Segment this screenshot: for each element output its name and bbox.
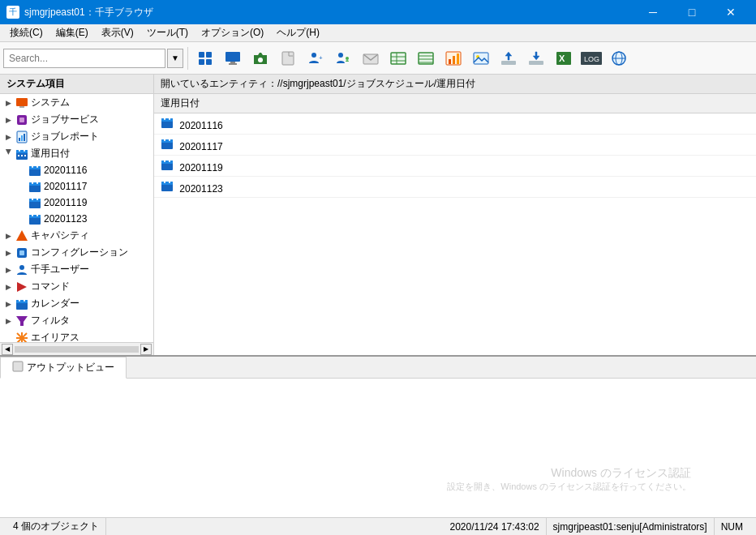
menu-help[interactable]: ヘルプ(H) (270, 24, 326, 41)
toolbar-envelope-button[interactable] (358, 45, 384, 71)
close-button[interactable]: ✕ (712, 0, 750, 24)
menubar: 接続(C) 編集(E) 表示(V) ツール(T) オプション(O) ヘルプ(H) (0, 24, 756, 42)
search-dropdown-button[interactable]: ▼ (167, 49, 183, 68)
svg-rect-40 (19, 118, 24, 122)
search-input[interactable] (3, 49, 165, 68)
expander-senjuuser[interactable]: ▶ (3, 265, 13, 275)
svg-rect-99 (164, 180, 165, 183)
senjuuser-icon (15, 263, 28, 276)
svg-rect-29 (529, 61, 543, 65)
svg-marker-77 (16, 316, 28, 326)
svg-rect-91 (164, 138, 165, 141)
maximize-button[interactable]: □ (673, 0, 711, 24)
table-icon (390, 51, 406, 66)
table-row[interactable]: 20201119 (154, 156, 756, 177)
sidebar-item-command[interactable]: ▶ コマンド (0, 278, 153, 295)
hscroll-left-button[interactable]: ◀ (2, 344, 13, 355)
left-panel: システム項目 ▶ システム ▶ ジョブサービス ▶ (0, 75, 154, 355)
toolbar: ▼ + (0, 42, 756, 75)
capacity-icon (15, 229, 28, 242)
svg-rect-61 (29, 199, 41, 202)
svg-rect-37 (16, 98, 28, 106)
svg-rect-94 (161, 160, 173, 164)
sidebar-item-date-20201116[interactable]: ▶ 20201116 (0, 162, 153, 178)
sidebar-item-date-20201123[interactable]: ▶ 20201123 (0, 211, 153, 227)
expander-system[interactable]: ▶ (3, 98, 13, 108)
expander-filter[interactable]: ▶ (3, 316, 13, 326)
svg-point-9 (311, 53, 316, 58)
toolbar-person2-button[interactable] (330, 45, 356, 71)
expander-calendar[interactable]: ▶ (3, 299, 13, 309)
toolbar-chart-button[interactable] (440, 45, 466, 71)
expander-capacity[interactable]: ▶ (3, 231, 13, 241)
toolbar-person1-button[interactable]: + (303, 45, 329, 71)
camera-icon (252, 51, 268, 66)
toolbar-excel-button[interactable]: X (551, 45, 577, 71)
sidebar-item-jobservice[interactable]: ▶ ジョブサービス (0, 111, 153, 128)
toolbar-camera-button[interactable] (247, 45, 273, 71)
expander-jobservice[interactable]: ▶ (3, 115, 13, 125)
toolbar-image-button[interactable] (468, 45, 494, 71)
toolbar-log-button[interactable]: LOG (578, 45, 604, 71)
filter-icon (15, 315, 28, 327)
tab-output[interactable]: アウトプットビュー (0, 357, 127, 379)
expander-command[interactable]: ▶ (3, 282, 13, 292)
row1-icon (161, 116, 174, 129)
minimize-button[interactable]: ─ (634, 0, 672, 24)
svg-rect-65 (29, 215, 41, 218)
download-icon (528, 51, 544, 66)
sidebar-item-alias[interactable]: ▶ エイリアス (0, 329, 153, 342)
expander-operationdate[interactable]: ▶ (3, 149, 13, 159)
toolbar-monitor-button[interactable] (220, 45, 246, 71)
sidebar-item-jobreport[interactable]: ▶ ジョブレポート (0, 128, 153, 145)
toolbar-list-button[interactable] (413, 45, 439, 71)
sidebar-item-date-20201119[interactable]: ▶ 20201119 (0, 195, 153, 211)
sidebar-item-calendar-label: カレンダー (31, 297, 79, 310)
expander-config[interactable]: ▶ (3, 248, 13, 258)
sidebar-item-senjuuser[interactable]: ▶ 千手ユーザー (0, 261, 153, 278)
sidebar-item-operationdate[interactable]: ▶ 運用日付 (0, 145, 153, 162)
column-header-operationdate: 運用日付 (154, 94, 756, 113)
svg-rect-49 (18, 155, 19, 156)
window-title: sjmgrjpeast01：千手ブラウザ (24, 6, 153, 19)
table-row[interactable]: 20201117 (154, 135, 756, 156)
svg-rect-42 (19, 138, 20, 141)
sidebar-item-calendar[interactable]: ▶ カレンダー (0, 295, 153, 312)
toolbar-download-button[interactable] (523, 45, 549, 71)
toolbar-grid-button[interactable] (192, 45, 218, 71)
menu-view[interactable]: 表示(V) (95, 24, 140, 41)
menu-tools[interactable]: ツール(T) (140, 24, 195, 41)
sidebar-item-filter[interactable]: ▶ フィルタ (0, 312, 153, 329)
toolbar-globe-button[interactable] (606, 45, 632, 71)
svg-rect-76 (24, 298, 25, 302)
menu-edit[interactable]: 編集(E) (49, 24, 95, 41)
row1-label: 20201116 (179, 120, 222, 131)
sidebar-item-config[interactable]: ▶ コンフィグレーション (0, 244, 153, 261)
toolbar-page-button[interactable] (275, 45, 301, 71)
left-panel-hscrollbar[interactable]: ◀ ▶ (0, 342, 153, 355)
left-panel-header: システム項目 (0, 75, 153, 94)
tree-container[interactable]: ▶ システム ▶ ジョブサービス ▶ (0, 94, 153, 342)
watermark-line1: Windows のライセンス認証 (447, 466, 691, 481)
toolbar-table-button[interactable] (385, 45, 411, 71)
sidebar-item-date-20201117[interactable]: ▶ 20201117 (0, 178, 153, 195)
table-row[interactable]: 20201123 (154, 177, 756, 198)
svg-rect-54 (32, 165, 33, 168)
sidebar-item-system[interactable]: ▶ システム (0, 94, 153, 111)
operationdate-icon (15, 148, 28, 160)
toolbar-upload-button[interactable] (496, 45, 522, 71)
system-icon (15, 96, 28, 109)
expander-jobreport[interactable]: ▶ (3, 132, 13, 142)
log-icon: LOG (580, 51, 603, 66)
hscroll-right-button[interactable]: ▶ (140, 344, 152, 355)
sidebar-item-capacity[interactable]: ▶ キャパシティ (0, 227, 153, 244)
person-add-icon: + (308, 51, 323, 66)
table-row[interactable]: 20201116 (154, 113, 756, 135)
svg-rect-47 (19, 148, 20, 152)
chart-icon (445, 51, 462, 66)
svg-rect-59 (37, 181, 38, 184)
status-num: NUM (715, 518, 750, 535)
menu-options[interactable]: オプション(O) (195, 24, 270, 41)
content-table: 運用日付 (154, 94, 756, 355)
menu-connect[interactable]: 接続(C) (3, 24, 49, 41)
